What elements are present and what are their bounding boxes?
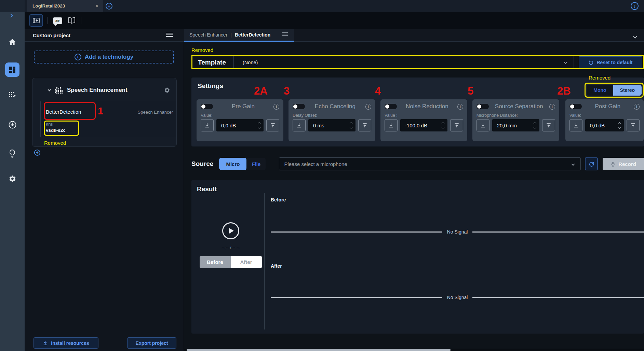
echo-canceling-toggle[interactable]	[293, 104, 305, 109]
sidebar-item-home[interactable]	[0, 38, 25, 46]
sidebar-item-downloads[interactable]	[0, 121, 25, 129]
stepper[interactable]	[442, 123, 444, 128]
import-value-button[interactable]	[293, 119, 306, 131]
import-value-button[interactable]	[477, 119, 489, 131]
expand-sidebar-icon[interactable]	[10, 12, 12, 18]
microphone-select[interactable]: Please select a microphone	[279, 157, 581, 170]
post-gain-input[interactable]: 0,0 dB	[585, 119, 624, 131]
noise-reduction-toggle[interactable]	[385, 104, 397, 109]
add-speech-enhancer-link[interactable]	[34, 150, 43, 156]
add-technology-button[interactable]: Add a technology	[34, 51, 174, 64]
stepper[interactable]	[258, 123, 260, 128]
source-type-toggle[interactable]: Micro File	[219, 158, 266, 170]
sidebar-item-models[interactable]	[0, 91, 25, 99]
project-tab[interactable]: LogiRetail2023 ×	[27, 0, 103, 12]
pre-gain-toggle[interactable]	[201, 104, 213, 109]
ae-bubble-icon: ae	[53, 17, 62, 24]
waveform-area: Before No Signal After No Signal	[265, 185, 644, 334]
source-separation-toggle[interactable]	[477, 104, 489, 109]
noise-reduction-value[interactable]: -100,0 dB	[405, 123, 442, 128]
value-label: Microphone Distance:	[477, 113, 555, 118]
sdk-label: SDK	[46, 123, 54, 127]
mono-option[interactable]: Mono	[587, 85, 613, 96]
removed-annotation-sdk: Removed	[44, 140, 66, 146]
export-value-button[interactable]	[450, 119, 463, 131]
import-value-button[interactable]	[569, 119, 582, 131]
export-project-button[interactable]: Export project	[127, 337, 176, 349]
plus-icon	[75, 54, 81, 60]
export-value-button[interactable]	[542, 119, 555, 131]
removed-annotation-channels: Removed	[589, 75, 611, 81]
annotation-button[interactable]: ae	[52, 14, 63, 27]
value-label: Delay Offset:	[293, 113, 371, 118]
sidebar-item-projects[interactable]	[5, 62, 19, 77]
sidebar-item-ideas[interactable]	[0, 149, 25, 158]
channel-toggle[interactable]: Mono Stereo	[587, 85, 642, 96]
annotation-number-1: 1	[98, 106, 103, 117]
reset-to-default-button[interactable]: Reset to default	[579, 56, 642, 68]
stepper[interactable]	[618, 123, 620, 128]
info-icon[interactable]	[457, 104, 463, 110]
tabbar-overflow-icon[interactable]	[634, 33, 636, 39]
stepper[interactable]	[350, 123, 352, 128]
source-separation-value[interactable]: 20,0 mm	[497, 123, 534, 128]
import-value-button[interactable]	[385, 119, 398, 131]
post-gain-value[interactable]: 0,0 dB	[590, 123, 618, 128]
collapse-icon[interactable]	[48, 88, 51, 92]
micro-option[interactable]: Micro	[219, 158, 246, 170]
export-value-button[interactable]	[358, 119, 371, 131]
horizontal-scrollbar-thumb[interactable]	[187, 349, 451, 351]
technology-title: Speech Enhancement	[67, 87, 160, 94]
file-option[interactable]: File	[246, 158, 266, 170]
project-panel-button[interactable]	[29, 14, 43, 27]
record-button[interactable]: Record	[603, 158, 644, 170]
enhancer-name[interactable]: BetterDetection	[46, 109, 81, 115]
close-tab-icon[interactable]: ×	[95, 3, 98, 9]
install-resources-button[interactable]: Install resources	[33, 337, 98, 349]
export-value-button[interactable]	[266, 119, 279, 131]
tab-menu-icon[interactable]	[282, 32, 288, 37]
post-gain-toggle[interactable]	[569, 104, 582, 109]
import-value-button[interactable]	[201, 119, 214, 131]
refresh-devices-button[interactable]	[585, 157, 598, 170]
panel-collapse-icon	[33, 18, 40, 23]
speech-enhancement-card: Speech Enhancement BetterDetection Speec…	[32, 78, 177, 147]
before-after-toggle[interactable]: Before After	[200, 256, 262, 268]
pre-gain-input[interactable]: 0,0 dB	[216, 119, 264, 131]
technology-settings-gear-icon[interactable]	[164, 87, 170, 93]
echo-canceling-value[interactable]: 0 ms	[313, 123, 350, 128]
settings-cards-row: Pre Gain Value: 0,0 dB	[197, 99, 644, 141]
pre-gain-value[interactable]: 0,0 dB	[221, 123, 258, 128]
stepper[interactable]	[534, 123, 536, 128]
chevron-down-icon	[564, 61, 567, 64]
panel-title: Custom project	[33, 29, 70, 42]
equalizer-icon	[54, 86, 63, 94]
info-icon[interactable]	[634, 104, 640, 110]
sidebar-item-settings[interactable]	[0, 175, 25, 183]
annotation-3: 3	[284, 85, 290, 97]
stereo-option[interactable]: Stereo	[613, 85, 642, 96]
panel-menu-icon[interactable]	[166, 33, 173, 39]
updates-download-icon[interactable]	[631, 2, 639, 10]
noise-reduction-input[interactable]: -100,0 dB	[400, 119, 447, 131]
source-separation-input[interactable]: 20,0 mm	[492, 119, 539, 131]
template-select[interactable]: (None)	[233, 56, 574, 68]
sdk-value: vsdk-s2c	[46, 128, 66, 133]
play-button[interactable]	[222, 222, 239, 239]
card-header[interactable]: Speech Enhancement	[32, 78, 176, 94]
info-icon[interactable]	[273, 104, 279, 110]
pre-gain-card: Pre Gain Value: 0,0 dB	[197, 99, 283, 141]
info-icon[interactable]	[549, 104, 555, 110]
enhancer-item[interactable]: BetterDetection Speech Enhancer SDK vsdk…	[40, 101, 176, 137]
export-value-button[interactable]	[627, 119, 640, 131]
info-icon[interactable]	[365, 104, 371, 110]
value-label: Value:	[201, 113, 279, 118]
after-option[interactable]: After	[231, 256, 262, 268]
before-option[interactable]: Before	[200, 256, 231, 268]
divider	[574, 56, 574, 68]
echo-canceling-input[interactable]: 0 ms	[308, 119, 355, 131]
document-tab[interactable]: Speech Enhancer | BetterDetection	[184, 29, 294, 42]
documentation-button[interactable]	[66, 14, 78, 27]
app-window: LogiRetail2023 × ae Cus	[0, 0, 644, 351]
new-tab-button[interactable]	[106, 3, 112, 10]
